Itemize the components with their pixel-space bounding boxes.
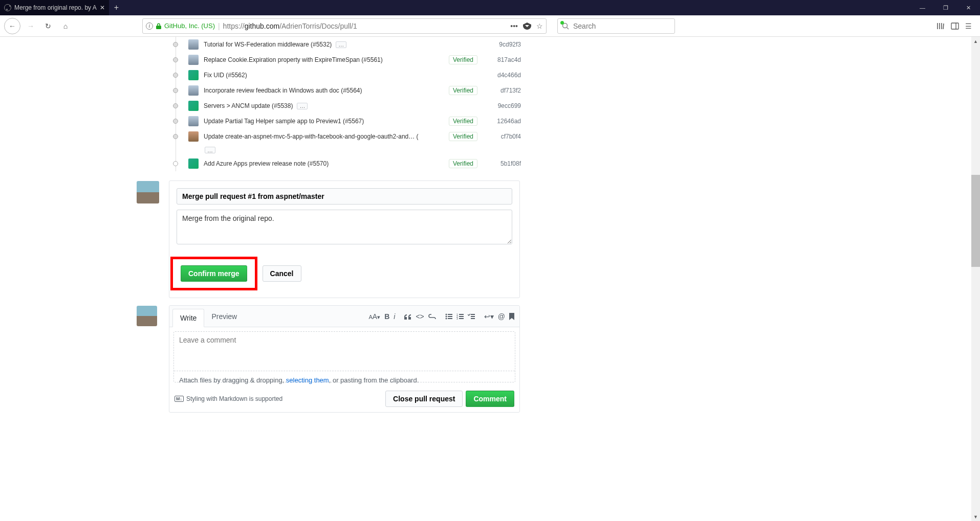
commit-message[interactable]: Tutorial for WS-Federation middleware (#…: [204, 41, 332, 48]
svg-point-5: [445, 315, 447, 317]
avatar[interactable]: [188, 101, 199, 111]
commit-sha[interactable]: df713f2: [493, 87, 521, 94]
comment-button[interactable]: Comment: [466, 391, 514, 407]
ellipsis-button[interactable]: …: [205, 147, 215, 153]
new-tab-button[interactable]: +: [114, 3, 119, 12]
bold-icon[interactable]: B: [384, 312, 389, 321]
scroll-thumb[interactable]: [971, 175, 980, 267]
tab-write[interactable]: Write: [172, 309, 204, 327]
search-input[interactable]: [573, 22, 670, 30]
commit-message[interactable]: Add Azure Apps preview release note (#55…: [204, 160, 329, 167]
commit-row: Add Azure Apps preview release note (#55…: [173, 156, 521, 171]
browser-titlebar: Merge from original repo. by A ✕ + — ❐ ✕: [0, 0, 980, 15]
reply-icon[interactable]: ↩▾: [484, 312, 494, 321]
commit-message[interactable]: Incorporate review feedback in Windows a…: [204, 87, 362, 94]
sidebar-icon[interactable]: [951, 22, 959, 30]
avatar[interactable]: [188, 116, 199, 126]
code-icon[interactable]: <>: [416, 312, 424, 321]
tasklist-icon[interactable]: [468, 313, 475, 320]
site-info-icon[interactable]: i: [146, 22, 153, 30]
avatar[interactable]: [188, 85, 199, 96]
commit-row: Tutorial for WS-Federation middleware (#…: [173, 37, 521, 52]
heading-icon[interactable]: AA▾: [368, 312, 380, 321]
link-icon[interactable]: [428, 314, 436, 319]
scroll-up-arrow[interactable]: ▲: [971, 37, 980, 46]
ol-icon[interactable]: 123: [456, 313, 464, 320]
maximize-button[interactable]: ❐: [934, 5, 957, 11]
back-button[interactable]: ←: [4, 18, 20, 34]
commit-sha[interactable]: 9cd92f3: [493, 41, 521, 48]
commit-sha[interactable]: 5b1f08f: [493, 160, 521, 167]
mention-icon[interactable]: @: [498, 312, 505, 321]
merge-body-input[interactable]: [177, 210, 512, 244]
commit-message[interactable]: Update create-an-aspnet-mvc-5-app-with-f…: [204, 133, 419, 140]
commit-sha[interactable]: 12646ad: [493, 118, 521, 125]
commit-sha[interactable]: 9ecc699: [493, 102, 521, 109]
tab-preview[interactable]: Preview: [204, 308, 244, 325]
forward-button: →: [24, 19, 38, 33]
svg-text:3: 3: [456, 317, 458, 320]
italic-icon[interactable]: i: [394, 312, 395, 321]
svg-rect-13: [459, 314, 464, 315]
svg-rect-7: [448, 314, 452, 315]
commit-row: Update Partial Tag Helper sample app to …: [173, 114, 521, 129]
comment-input[interactable]: [174, 332, 515, 371]
cancel-merge-button[interactable]: Cancel: [263, 265, 301, 282]
commit-dot-icon: [173, 73, 178, 78]
commit-dot-icon: [173, 134, 178, 139]
highlight-annotation: Confirm merge: [170, 257, 257, 290]
commit-message[interactable]: Replace Cookie.Expiration property with …: [204, 56, 383, 63]
close-pr-button[interactable]: Close pull request: [385, 391, 463, 407]
scroll-down-arrow[interactable]: ▼: [971, 512, 980, 521]
commit-row: Replace Cookie.Expiration property with …: [173, 52, 521, 67]
ellipsis-button[interactable]: …: [297, 103, 308, 109]
avatar[interactable]: [188, 131, 199, 142]
quote-icon[interactable]: [404, 313, 411, 320]
commit-message[interactable]: Servers > ANCM update (#5538): [204, 102, 293, 109]
saved-reply-icon[interactable]: [509, 313, 514, 320]
svg-point-6: [445, 318, 447, 319]
select-files-link[interactable]: selecting them: [286, 376, 329, 384]
avatar[interactable]: [188, 39, 199, 50]
close-window-button[interactable]: ✕: [957, 5, 980, 11]
commit-message[interactable]: Fix UID (#5562): [204, 72, 247, 79]
avatar: [137, 181, 159, 203]
commit-sha[interactable]: cf7b0f4: [493, 133, 521, 140]
commit-sha[interactable]: d4c466d: [493, 72, 521, 79]
url-bar[interactable]: i GitHub, Inc. (US) | https://github.com…: [142, 18, 547, 34]
browser-toolbar: ← → ↻ ⌂ i GitHub, Inc. (US) | https://gi…: [0, 15, 980, 37]
avatar[interactable]: [188, 70, 199, 80]
tab-close-icon[interactable]: ✕: [100, 4, 105, 11]
ellipsis-button[interactable]: …: [336, 41, 346, 48]
commit-dot-icon: [173, 42, 178, 47]
commit-row: Servers > ANCM update (#5538)…9ecc699: [173, 98, 521, 114]
svg-rect-14: [459, 316, 464, 317]
confirm-merge-button[interactable]: Confirm merge: [181, 265, 247, 282]
bookmark-star-icon[interactable]: ☆: [536, 22, 543, 30]
browser-tab[interactable]: Merge from original repo. by A ✕: [0, 0, 109, 15]
markdown-hint[interactable]: M↓ Styling with Markdown is supported: [175, 395, 282, 402]
verified-badge: Verified: [449, 86, 477, 95]
svg-rect-15: [459, 318, 464, 319]
page-actions-icon[interactable]: •••: [510, 22, 518, 30]
commit-sha[interactable]: 817ac4d: [493, 56, 521, 63]
minimize-button[interactable]: —: [911, 5, 934, 11]
search-icon: [562, 22, 569, 30]
library-icon[interactable]: [937, 22, 945, 30]
lock-icon: [156, 23, 161, 29]
ul-icon[interactable]: [445, 313, 452, 320]
commit-message[interactable]: Update Partial Tag Helper sample app to …: [204, 118, 364, 125]
avatar[interactable]: [188, 158, 199, 169]
menu-icon[interactable]: ☰: [965, 22, 972, 30]
commit-dot-icon: [173, 103, 178, 108]
commit-row: Incorporate review feedback in Windows a…: [173, 83, 521, 98]
commit-dot-icon: [173, 88, 178, 93]
merge-title-input[interactable]: [177, 188, 512, 205]
home-button[interactable]: ⌂: [58, 19, 73, 33]
search-bar[interactable]: [557, 18, 675, 34]
page-content: Tutorial for WS-Federation middleware (#…: [0, 37, 980, 521]
reload-button[interactable]: ↻: [41, 19, 55, 33]
avatar[interactable]: [188, 55, 199, 65]
pocket-icon[interactable]: [523, 22, 531, 30]
vertical-scrollbar[interactable]: ▲ ▼: [971, 37, 980, 521]
